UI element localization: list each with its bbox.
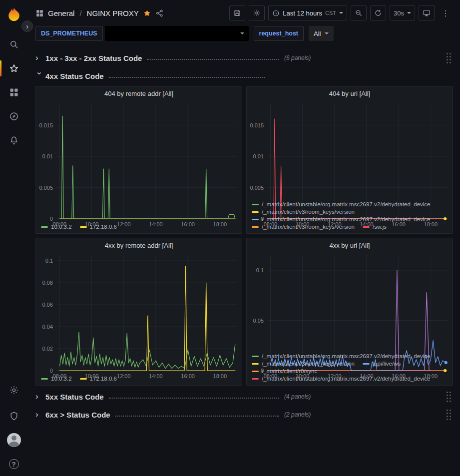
series-color-swatch [252,356,259,357]
dotted-leader [109,77,265,78]
topbar-controls: Last 12 hours CST 30s [229,5,453,20]
svg-text:0.06: 0.06 [42,302,53,308]
row-header-5xx[interactable]: › 5xx Status Code (4 panels) [35,390,453,404]
favorite-star-icon[interactable] [143,9,151,17]
sidebar-item-dashboards[interactable] [0,80,27,104]
legend-item[interactable]: /sw.js [363,224,387,230]
row-drag-handle[interactable] [445,50,453,66]
chevron-down-icon [240,32,244,34]
series-color-swatch [363,226,370,228]
sidebar-item-alerting[interactable] [0,128,27,152]
row-drag-handle[interactable] [445,407,453,423]
legend-item[interactable]: 172.18.0.6 [80,376,117,382]
datasource-variable-label[interactable]: DS_PROMETHEUS [35,26,103,41]
sidebar-expand-button[interactable]: › [21,20,33,32]
legend-label: /api/live/ws [373,361,401,367]
series-color-swatch [252,363,259,365]
share-icon[interactable] [155,9,164,17]
chevron-right-icon: › [35,53,45,63]
legend-item[interactable]: /api/live/ws [363,361,401,367]
refresh-interval-value: 30s [394,9,404,17]
datasource-variable-select[interactable] [105,26,249,41]
svg-text:0.04: 0.04 [42,324,53,330]
panel-legend: /_matrix/client/unstable/org.matrix.msc2… [247,200,453,233]
time-range-picker[interactable]: Last 12 hours CST [268,5,347,20]
panel-404-by-uri: 404 by uri [All] 00.0050.010.01508:0010:… [246,86,453,234]
legend-item[interactable]: /_matrix/client/r0/sync [252,368,317,374]
row-header-1xx-3xx-2xx[interactable]: › 1xx - 3xx - 2xx Status Code (6 panels) [35,51,453,65]
svg-text:0.015: 0.015 [39,122,53,128]
refresh-interval-select[interactable]: 30s [390,5,415,20]
panel-4xx-by-remote-addr: 4xx by remote addr [All] 00.020.040.060.… [35,238,242,386]
timeseries-chart[interactable]: 00.020.040.060.080.108:0010:0012:0014:00… [36,252,242,375]
svg-text:0.1: 0.1 [45,258,53,264]
sidebar-item-configuration[interactable] [0,378,27,402]
kebab-menu-button[interactable]: ⋮ [438,5,453,20]
apps-grid-icon [35,9,44,17]
legend-item[interactable]: /_matrix/client/v3/room_keys/version [252,224,355,230]
series-color-swatch [252,219,259,220]
legend-item[interactable]: /_matrix/client/unstable/org.matrix.msc2… [252,216,431,222]
row-drag-handle[interactable] [445,389,453,405]
dashboard-settings-button[interactable] [249,5,265,20]
svg-text:0.01: 0.01 [42,153,53,159]
panel-4xx-by-uri: 4xx by uri [All] 00.050.108:0010:0012:00… [246,238,453,386]
legend-item[interactable]: 172.18.0.6 [80,224,117,230]
legend-item[interactable]: /_matrix/client/v3/room_keys/version [252,209,355,215]
tv-mode-button[interactable] [419,5,435,20]
sidebar-item-search[interactable] [0,32,27,56]
panel-title[interactable]: 4xx by remote addr [All] [36,238,242,252]
variables-bar: DS_PROMETHEUS request_host All [27,26,460,44]
row-panel-count: (2 panels) [284,411,311,418]
series-color-swatch [80,226,87,228]
refresh-button[interactable] [370,5,386,20]
panel-legend: 10.0.3.2172.18.0.6 [36,375,242,385]
breadcrumb-dashboard-title[interactable]: NGINX PROXY [87,9,139,17]
sidebar-item-server-admin[interactable] [0,404,27,428]
sidebar-item-starred[interactable] [0,56,27,80]
legend-label: 172.18.0.6 [90,376,117,382]
legend-item[interactable]: /_matrix/client/unstable/org.matrix.msc2… [252,353,431,359]
legend-item[interactable]: /_matrix/client/unstable/org.matrix.msc2… [252,376,431,382]
timeseries-chart[interactable]: 00.0050.010.01508:0010:0012:0014:0016:00… [247,100,453,200]
legend-item[interactable]: 10.0.3.2 [41,376,72,382]
timezone-badge: CST [325,10,336,16]
legend-item[interactable]: /_matrix/client/unstable/org.matrix.msc2… [252,201,431,207]
svg-text:0.015: 0.015 [250,122,264,128]
legend-label: /_matrix/client/v3/room_keys/version [262,224,355,230]
clock-icon [272,9,280,17]
series-color-swatch [363,363,370,365]
legend-label: 172.18.0.6 [90,224,117,230]
breadcrumb-section[interactable]: General [48,9,74,17]
row-header-6xx[interactable]: › 6xx > Status Code (2 panels) [35,408,453,422]
request-host-variable-select[interactable]: All [309,26,334,41]
chevron-down-icon [325,32,329,34]
legend-label: /_matrix/client/v3/room_keys/version [262,209,355,215]
save-dashboard-button[interactable] [229,5,245,20]
panel-title[interactable]: 404 by remote addr [All] [36,86,242,100]
panel-title[interactable]: 4xx by uri [All] [247,238,453,252]
legend-label: 10.0.3.2 [51,376,72,382]
request-host-variable-value: All [314,30,321,37]
timeseries-chart[interactable]: 00.050.108:0010:0012:0014:0016:0018:00 [247,252,453,352]
zoom-out-button[interactable] [351,5,367,20]
help-icon: ? [9,459,19,469]
sidebar-item-profile[interactable] [0,428,27,452]
timeseries-chart[interactable]: 00.0050.010.01508:0010:0012:0014:0016:00… [36,100,242,223]
sidebar-item-explore[interactable] [0,104,27,128]
svg-text:0.08: 0.08 [42,280,53,286]
series-color-swatch [252,226,259,228]
dashboards-grid-icon [9,87,19,97]
panel-title[interactable]: 404 by uri [All] [247,86,453,100]
sidebar-item-help[interactable]: ? [0,452,27,476]
legend-item[interactable]: 10.0.3.2 [41,224,72,230]
svg-text:0.005: 0.005 [39,185,53,191]
dotted-leader [109,398,279,399]
shield-icon [9,411,19,421]
legend-item[interactable]: /_matrix/client/v3/room_keys/version [252,361,355,367]
request-host-variable-label[interactable]: request_host [254,26,304,41]
row-panel-count: (6 panels) [284,54,311,61]
series-color-swatch [80,378,87,380]
gear-icon [9,385,19,395]
row-header-4xx[interactable]: › 4xx Status Code [35,69,453,83]
